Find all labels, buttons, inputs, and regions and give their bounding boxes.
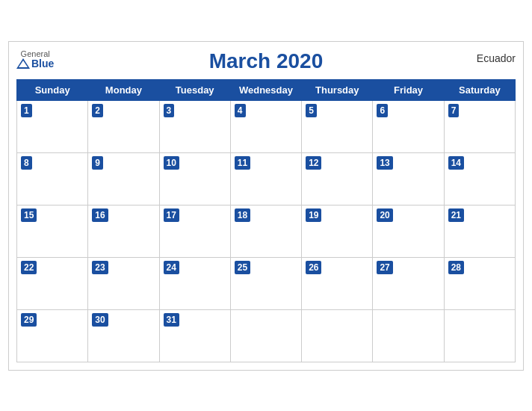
calendar-cell: 16: [88, 205, 159, 257]
day-number: 10: [164, 156, 179, 170]
weekday-header-friday: Friday: [373, 79, 444, 100]
weekday-header-wednesday: Wednesday: [230, 79, 301, 100]
day-number: 13: [377, 156, 392, 170]
day-number: 20: [377, 208, 392, 223]
calendar-cell: 1: [17, 100, 88, 152]
calendar-container: General Blue March 2020 Ecuador SundayMo…: [8, 41, 524, 371]
calendar-cell: [302, 309, 373, 362]
weekday-header-thursday: Thursday: [302, 79, 373, 100]
logo-general-text: General: [21, 49, 50, 58]
weekday-header-sunday: Sunday: [17, 79, 88, 100]
day-number: 14: [448, 156, 464, 170]
day-number: 19: [306, 208, 321, 223]
calendar-cell: 10: [159, 152, 230, 205]
day-number: 24: [164, 261, 179, 275]
weekday-header-saturday: Saturday: [444, 79, 515, 100]
day-number: 3: [164, 104, 175, 118]
calendar-cell: 3: [159, 100, 230, 152]
weekday-header-monday: Monday: [88, 79, 159, 100]
calendar-cell: 9: [88, 152, 159, 205]
weekday-header-tuesday: Tuesday: [159, 79, 230, 100]
day-number: 31: [164, 313, 179, 327]
calendar-cell: 6: [373, 100, 444, 152]
day-number: 11: [235, 156, 250, 170]
week-row-2: 891011121314: [17, 152, 516, 205]
calendar-cell: 28: [444, 257, 515, 309]
day-number: 28: [448, 261, 464, 275]
day-number: 29: [21, 313, 37, 327]
calendar-cell: 17: [159, 205, 230, 257]
month-title: March 2020: [209, 49, 324, 73]
day-number: 25: [235, 261, 250, 275]
calendar-cell: 22: [17, 257, 88, 309]
calendar-cell: 25: [230, 257, 301, 309]
day-number: 2: [92, 104, 103, 118]
calendar-cell: 18: [230, 205, 301, 257]
day-number: 21: [448, 208, 464, 223]
weekday-header-row: SundayMondayTuesdayWednesdayThursdayFrid…: [17, 79, 516, 100]
calendar-cell: 30: [88, 309, 159, 362]
calendar-cell: 19: [302, 205, 373, 257]
day-number: 5: [306, 104, 317, 118]
day-number: 12: [306, 156, 321, 170]
calendar-cell: 23: [88, 257, 159, 309]
week-row-5: 293031: [17, 309, 516, 362]
logo-icon: [16, 58, 30, 69]
calendar-cell: 31: [159, 309, 230, 362]
calendar-cell: [444, 309, 515, 362]
day-number: 30: [92, 313, 108, 327]
calendar-cell: 7: [444, 100, 515, 152]
day-number: 17: [164, 208, 179, 223]
day-number: 9: [92, 156, 103, 170]
country-label: Ecuador: [477, 52, 516, 64]
day-number: 1: [21, 104, 32, 118]
calendar-cell: 26: [302, 257, 373, 309]
calendar-cell: 14: [444, 152, 515, 205]
day-number: 6: [377, 104, 388, 118]
calendar-cell: 29: [17, 309, 88, 362]
day-number: 26: [306, 261, 321, 275]
day-number: 18: [235, 208, 250, 223]
week-row-1: 1234567: [17, 100, 516, 152]
calendar-cell: [230, 309, 301, 362]
logo-area: General Blue: [16, 49, 54, 69]
calendar-cell: 13: [373, 152, 444, 205]
day-number: 22: [21, 261, 37, 275]
day-number: 4: [235, 104, 246, 118]
calendar-header: General Blue March 2020 Ecuador: [16, 49, 516, 73]
day-number: 8: [21, 156, 32, 170]
calendar-cell: 8: [17, 152, 88, 205]
calendar-cell: 21: [444, 205, 515, 257]
day-number: 27: [377, 261, 392, 275]
day-number: 16: [92, 208, 108, 223]
calendar-cell: [373, 309, 444, 362]
calendar-cell: 24: [159, 257, 230, 309]
logo-blue-text: Blue: [31, 58, 54, 69]
day-number: 23: [92, 261, 108, 275]
calendar-grid: SundayMondayTuesdayWednesdayThursdayFrid…: [16, 79, 516, 362]
calendar-cell: 20: [373, 205, 444, 257]
calendar-cell: 15: [17, 205, 88, 257]
calendar-cell: 12: [302, 152, 373, 205]
day-number: 7: [448, 104, 460, 118]
calendar-cell: 11: [230, 152, 301, 205]
week-row-4: 22232425262728: [17, 257, 516, 309]
calendar-cell: 4: [230, 100, 301, 152]
calendar-cell: 27: [373, 257, 444, 309]
day-number: 15: [21, 208, 37, 223]
calendar-cell: 5: [302, 100, 373, 152]
week-row-3: 15161718192021: [17, 205, 516, 257]
calendar-cell: 2: [88, 100, 159, 152]
